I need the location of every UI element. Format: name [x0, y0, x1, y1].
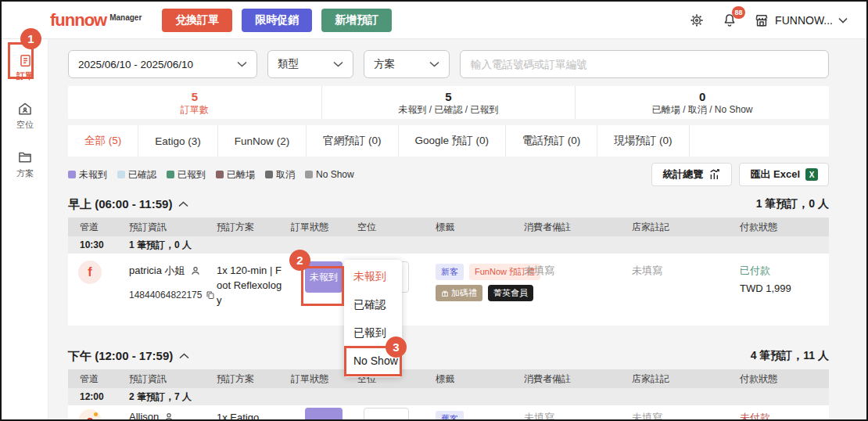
- search-input[interactable]: [460, 50, 829, 78]
- legend-label: No Show: [316, 169, 354, 180]
- payment-cell: 未付款 現場付款: [740, 405, 829, 419]
- tab-funnow[interactable]: FunNow (2): [218, 125, 307, 157]
- person-icon[interactable]: [190, 265, 201, 276]
- col-header-tags: 標籤: [436, 372, 524, 386]
- tab-walkin[interactable]: 現場預訂 (0): [597, 125, 689, 157]
- stat-closed-orders: 0 已離場 / 取消 / No Show: [575, 86, 829, 119]
- eatigo-channel-icon: e: [78, 409, 102, 419]
- morning-section-header: 早上 (06:00 - 11:59) 1 筆預訂，0 人: [68, 196, 829, 213]
- store-icon: [754, 13, 769, 28]
- time-group-summary: 1 筆預訂，0 人: [129, 239, 829, 252]
- morning-section-toggle[interactable]: 早上 (06:00 - 11:59): [68, 197, 188, 212]
- copy-icon[interactable]: [206, 290, 215, 300]
- col-header-channel: 管道: [68, 221, 129, 234]
- legend-label: 已報到: [178, 168, 206, 182]
- tab-all[interactable]: 全部 (5): [68, 125, 138, 157]
- status-chip-pending[interactable]: 未報到: [305, 261, 343, 293]
- sidebar-item-label: 方案: [16, 167, 34, 179]
- date-range-select[interactable]: 2025/06/10 - 2025/06/10: [68, 50, 257, 78]
- stat-active-orders: 5 未報到 / 已確認 / 已報到: [321, 86, 576, 119]
- tab-google[interactable]: Google 預訂 (0): [399, 125, 507, 157]
- chart-icon: [708, 168, 721, 181]
- legend-label: 未報到: [79, 168, 107, 182]
- seat-cell: Seat: [357, 405, 436, 419]
- redeem-order-button[interactable]: 兌換訂單: [162, 9, 232, 32]
- channel-cell: e: [68, 405, 129, 419]
- legend-swatch: [216, 171, 224, 178]
- plan-select-label: 方案: [374, 57, 395, 71]
- legend-label: 已離場: [227, 168, 255, 182]
- stat-total-orders: 5 訂單數: [68, 86, 321, 119]
- col-header-plan: 預訂方案: [217, 372, 291, 386]
- flash-promo-button[interactable]: 限時促銷: [242, 9, 312, 32]
- afternoon-section-summary: 4 筆預訂，11 人: [751, 349, 829, 363]
- col-header-plan: 預訂方案: [217, 221, 291, 234]
- afternoon-section-header: 下午 (12:00 - 17:59) 4 筆預訂，11 人: [68, 347, 829, 365]
- afternoon-table-header: 管道 預訂資訊 預訂方案 訂單狀態 空位 標籤 消費者備註 店家註記 付款狀態: [68, 369, 829, 388]
- person-icon[interactable]: [163, 412, 174, 420]
- dropdown-item-noshow[interactable]: No Show: [344, 347, 402, 375]
- dropdown-item-pending[interactable]: 未報到: [344, 262, 402, 290]
- sidebar-item-orders[interactable]: 訂單: [2, 45, 48, 90]
- dropdown-item-confirmed[interactable]: 已確認: [344, 290, 402, 318]
- top-header: funnow Manager 兌換訂單 限時促銷 新增預訂: [2, 2, 866, 39]
- plan-select[interactable]: 方案: [364, 50, 450, 78]
- status-cell: [291, 405, 357, 419]
- logo-manager-text: Manager: [109, 13, 142, 22]
- tab-eatigo[interactable]: Eatigo (3): [138, 125, 218, 157]
- notification-bell-icon[interactable]: 88: [721, 12, 738, 29]
- account-chevron-down-icon: [838, 17, 848, 23]
- legend-label: 取消: [276, 168, 295, 182]
- tab-phone[interactable]: 電話預訂 (0): [506, 125, 597, 157]
- morning-table-header: 管道 預訂資訊 預訂方案 訂單狀態 空位 標籤 消費者備註 店家註記 付款狀態: [68, 218, 829, 236]
- tag-returning-customer: 舊客: [436, 411, 464, 419]
- booking-info-cell: Allison: [129, 405, 217, 419]
- tab-website[interactable]: 官網預訂 (0): [307, 125, 398, 157]
- toolbar-buttons: 統計總覽 匯出 Excel X: [651, 163, 829, 186]
- col-header-booking-info: 預訂資訊: [129, 372, 217, 386]
- notification-count-badge: 88: [732, 6, 745, 19]
- time-group-time: 10:30: [68, 239, 129, 250]
- time-group-summary: 2 筆預訂，7 人: [129, 390, 829, 404]
- funnow-channel-icon: f: [78, 261, 102, 284]
- sidebar-item-seats[interactable]: 空位: [2, 93, 48, 139]
- customer-name: patricia 小姐: [129, 264, 185, 278]
- stats-overview-label: 統計總覽: [662, 167, 703, 182]
- booking-row-patricia: f patricia 小姐 14844064822175 1x 120-min …: [68, 254, 829, 326]
- seats-house-icon: [17, 101, 33, 117]
- legend-swatch: [305, 171, 313, 178]
- app-window: funnow Manager 兌換訂單 限時促銷 新增預訂: [0, 0, 868, 421]
- col-header-consumer-note: 消費者備註: [524, 221, 632, 234]
- col-header-store-note: 店家註記: [632, 221, 740, 234]
- col-header-seat: 空位: [357, 221, 436, 234]
- sidebar-item-plans[interactable]: 方案: [2, 142, 48, 187]
- gift-icon: [441, 290, 449, 297]
- consumer-note-cell: 未填寫: [524, 405, 632, 419]
- type-select[interactable]: 類型: [267, 50, 353, 78]
- col-header-channel: 管道: [68, 372, 129, 386]
- add-booking-button[interactable]: 新增預訂: [321, 9, 392, 32]
- stats-overview-button[interactable]: 統計總覽: [651, 163, 732, 186]
- afternoon-section-toggle[interactable]: 下午 (12:00 - 17:59): [68, 349, 189, 364]
- booking-id: 14844064822175: [129, 290, 202, 300]
- funnow-logo: funnow Manager: [50, 12, 142, 29]
- export-excel-button[interactable]: 匯出 Excel X: [739, 163, 829, 186]
- legend-swatch: [167, 171, 174, 178]
- orders-document-icon: [18, 53, 33, 68]
- legend-left: 已離場: [216, 168, 255, 182]
- dropdown-item-arrived[interactable]: 已報到: [344, 318, 402, 347]
- seat-button[interactable]: Seat: [364, 408, 409, 419]
- legend-cancelled: 取消: [265, 168, 295, 182]
- date-range-value: 2025/06/10 - 2025/06/10: [78, 59, 193, 70]
- tags-cell: 新客 FunNow 預訂禮 加碼禮 菁英會員: [436, 254, 524, 326]
- legend-swatch: [117, 171, 125, 178]
- customer-name: Allison: [129, 411, 159, 419]
- channel-tabs: 全部 (5) Eatigo (3) FunNow (2) 官網預訂 (0) Go…: [68, 125, 829, 157]
- legend-pending: 未報到: [68, 168, 107, 182]
- legend-confirmed: 已確認: [117, 168, 156, 182]
- booking-row-allison: e Allison 1x Eatigo Dine-in Reservation …: [68, 405, 829, 419]
- stat-value: 0: [699, 91, 705, 103]
- status-chip-pending[interactable]: [305, 408, 343, 419]
- account-menu[interactable]: FUNNOW...: [754, 13, 848, 28]
- settings-gear-icon[interactable]: [688, 12, 705, 29]
